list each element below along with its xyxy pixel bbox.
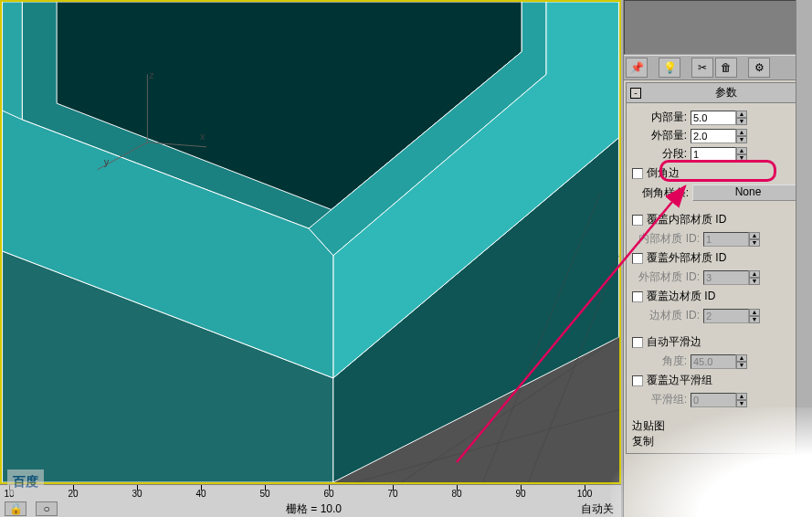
override-smooth-group-checkbox[interactable] xyxy=(632,375,643,386)
spinner-up-icon[interactable]: ▲ xyxy=(736,393,747,400)
angle-input[interactable] xyxy=(691,354,736,369)
rollout-title: 参数 xyxy=(647,85,806,100)
spinner-down-icon[interactable]: ▼ xyxy=(736,154,747,162)
override-edge-mat-label: 覆盖边材质 ID xyxy=(647,289,715,304)
spinner-down-icon[interactable]: ▼ xyxy=(749,278,760,285)
axis-z-label: z xyxy=(149,69,154,80)
spinner-up-icon[interactable]: ▲ xyxy=(736,111,747,118)
edge-mat-id-input[interactable] xyxy=(703,309,749,323)
key-button[interactable]: ○ xyxy=(36,501,58,516)
segments-label: 分段: xyxy=(632,146,687,162)
axis-x-label: x xyxy=(200,131,206,142)
remove-button[interactable]: ✂ xyxy=(691,58,713,78)
viewport-canvas[interactable]: z x y xyxy=(2,2,619,482)
rollout-header[interactable]: - 参数 xyxy=(627,83,809,103)
collapse-icon[interactable]: - xyxy=(630,88,641,99)
spinner-down-icon[interactable]: ▼ xyxy=(736,136,747,143)
splitter[interactable] xyxy=(796,0,812,517)
copy-label: 复制 xyxy=(632,434,804,449)
auto-label: 自动关 xyxy=(581,501,614,517)
outer-mat-id-label: 外部材质 ID: xyxy=(632,269,700,285)
edge-map-label: 边贴图 xyxy=(632,418,804,434)
lock-button[interactable]: 🔒 xyxy=(5,501,26,516)
ruler-horizontal: 10 20 30 40 50 60 70 80 90 100 xyxy=(0,484,621,501)
chamfer-checkbox[interactable] xyxy=(632,168,643,179)
chamfer-label: 倒角边 xyxy=(647,165,680,181)
preview-area xyxy=(624,0,812,55)
edge-mat-id-label: 边材质 ID: xyxy=(632,308,700,323)
chamfer-spline-label: 倒角样条: xyxy=(632,185,689,201)
auto-smooth-label: 自动平滑边 xyxy=(647,334,701,350)
smooth-group-input[interactable] xyxy=(691,393,736,407)
grid-label: 栅格 = 10.0 xyxy=(286,501,342,517)
spinner-down-icon[interactable]: ▼ xyxy=(736,118,747,125)
spinner-up-icon[interactable]: ▲ xyxy=(749,309,760,316)
status-bar: 🔒 ○ 栅格 = 10.0 自动关 xyxy=(0,501,621,517)
angle-label: 角度: xyxy=(632,353,687,369)
override-inner-mat-label: 覆盖内部材质 ID xyxy=(647,212,726,227)
spinner-down-icon[interactable]: ▼ xyxy=(736,400,747,407)
params-rollout: - 参数 内部量: ▲ ▼ 外部量: xyxy=(626,82,810,454)
override-outer-mat-checkbox[interactable] xyxy=(632,253,643,264)
auto-smooth-checkbox[interactable] xyxy=(632,337,643,348)
spinner-up-icon[interactable]: ▲ xyxy=(736,129,747,136)
inner-amount-input[interactable] xyxy=(691,111,736,125)
spinner-up-icon[interactable]: ▲ xyxy=(736,354,747,362)
light-button[interactable]: 💡 xyxy=(659,58,680,78)
inner-amount-label: 内部量: xyxy=(632,110,687,125)
watermark-text: jingy xyxy=(767,489,794,503)
spinner-up-icon[interactable]: ▲ xyxy=(736,147,747,154)
override-outer-mat-label: 覆盖外部材质 ID xyxy=(647,250,726,266)
override-edge-mat-checkbox[interactable] xyxy=(632,291,643,302)
spinner-down-icon[interactable]: ▼ xyxy=(736,362,747,369)
smooth-group-label: 平滑组: xyxy=(632,392,687,407)
spinner-down-icon[interactable]: ▼ xyxy=(749,239,760,247)
override-smooth-group-label: 覆盖边平滑组 xyxy=(647,373,712,388)
spinner-down-icon[interactable]: ▼ xyxy=(749,316,760,323)
config-button[interactable]: ⚙ xyxy=(748,58,770,78)
outer-amount-label: 外部量: xyxy=(632,128,687,143)
outer-mat-id-input[interactable] xyxy=(703,270,749,285)
override-inner-mat-checkbox[interactable] xyxy=(632,215,643,226)
segments-input[interactable] xyxy=(691,147,736,162)
trash-button[interactable]: 🗑 xyxy=(715,58,737,78)
spinner-up-icon[interactable]: ▲ xyxy=(749,270,760,278)
spinner-up-icon[interactable]: ▲ xyxy=(749,232,760,239)
command-row: 📌 💡 ✂ 🗑 ⚙ xyxy=(624,55,812,80)
chamfer-spline-button[interactable]: None xyxy=(692,185,804,201)
outer-amount-input[interactable] xyxy=(691,129,736,143)
pin-button[interactable]: 📌 xyxy=(626,58,648,78)
watermark-logo: 百度 xyxy=(7,470,44,495)
axis-y-label: y xyxy=(104,156,110,167)
inner-mat-id-label: 内部材质 ID: xyxy=(632,231,700,247)
viewport[interactable]: z x y xyxy=(0,0,621,484)
side-panel: 📌 💡 ✂ 🗑 ⚙ - 参数 内部量: ▲ ▼ xyxy=(623,0,812,517)
inner-mat-id-input[interactable] xyxy=(703,232,749,247)
